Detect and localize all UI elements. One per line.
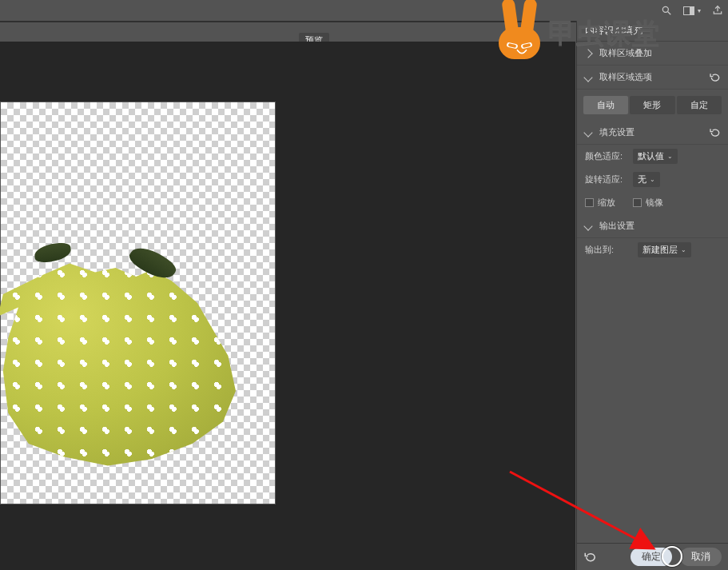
section-output-settings[interactable]: 输出设置: [577, 214, 728, 238]
reset-icon[interactable]: [709, 72, 722, 83]
reset-icon[interactable]: [709, 127, 722, 138]
color-adapt-row: 颜色适应: 默认值 ⌄: [577, 145, 728, 168]
rotation-adapt-dropdown[interactable]: 无 ⌄: [633, 172, 660, 187]
dropdown-value: 新建图层: [642, 244, 678, 256]
chevron-down-icon: [583, 221, 592, 230]
section-sampling-options[interactable]: 取样区域选项: [577, 66, 728, 90]
dropdown-value: 无: [638, 173, 646, 185]
section-fill-settings[interactable]: 填充设置: [577, 121, 728, 145]
scale-checkbox[interactable]: 缩放: [585, 197, 615, 209]
section-label: 取样区域选项: [599, 71, 652, 83]
checkbox-label: 镜像: [646, 197, 663, 209]
sampling-custom-button[interactable]: 自定: [677, 96, 722, 114]
rotation-adapt-label: 旋转适应:: [585, 173, 628, 185]
document-canvas[interactable]: [0, 102, 276, 504]
chevron-down-icon: ⌄: [667, 153, 673, 160]
reset-icon[interactable]: [583, 552, 598, 563]
fill-toggles: 缩放 镜像: [577, 191, 728, 214]
panel-title: 内容识别填充: [577, 21, 728, 42]
output-to-label: 输出到:: [585, 244, 620, 256]
chevron-down-icon: ⌄: [650, 176, 655, 183]
output-to-row: 输出到: 新建图层 ⌄: [577, 238, 728, 261]
top-toolbar: ▾: [0, 0, 728, 21]
dropdown-value: 默认值: [638, 150, 664, 162]
section-label: 填充设置: [599, 126, 635, 138]
mirror-checkbox[interactable]: 镜像: [633, 197, 663, 209]
search-icon[interactable]: [661, 5, 672, 16]
workspace-switcher[interactable]: ▾: [683, 6, 701, 15]
sampling-auto-button[interactable]: 自动: [583, 96, 628, 114]
svg-point-0: [662, 6, 668, 12]
checkbox-box[interactable]: [633, 198, 642, 207]
side-panel: 内容识别填充 取样区域叠加 取样区域选项 自动 矩形 自定 填充设置 颜色适应:…: [576, 21, 728, 570]
canvas-area[interactable]: [0, 42, 575, 570]
chevron-down-icon: [583, 73, 592, 82]
share-icon[interactable]: [712, 5, 723, 16]
chevron-down-icon: [583, 128, 592, 137]
rotation-adapt-row: 旋转适应: 无 ⌄: [577, 168, 728, 191]
section-label: 取样区域叠加: [599, 47, 652, 59]
section-sampling-overlay[interactable]: 取样区域叠加: [577, 42, 728, 66]
sampling-buttons: 自动 矩形 自定: [577, 90, 728, 121]
section-label: 输出设置: [599, 220, 635, 232]
output-to-dropdown[interactable]: 新建图层 ⌄: [638, 242, 691, 257]
checkbox-box[interactable]: [585, 198, 594, 207]
image-subject: [0, 250, 249, 470]
checkbox-label: 缩放: [598, 197, 615, 209]
svg-line-1: [668, 12, 671, 15]
panel-footer: 确定 取消: [577, 543, 728, 570]
chevron-right-icon: [583, 49, 592, 58]
color-adapt-label: 颜色适应:: [585, 150, 628, 162]
ok-button[interactable]: 确定: [631, 548, 672, 566]
chevron-down-icon: ⌄: [681, 246, 686, 253]
sampling-rect-button[interactable]: 矩形: [630, 96, 674, 114]
cancel-button[interactable]: 取消: [680, 548, 722, 566]
color-adapt-dropdown[interactable]: 默认值 ⌄: [633, 149, 678, 164]
